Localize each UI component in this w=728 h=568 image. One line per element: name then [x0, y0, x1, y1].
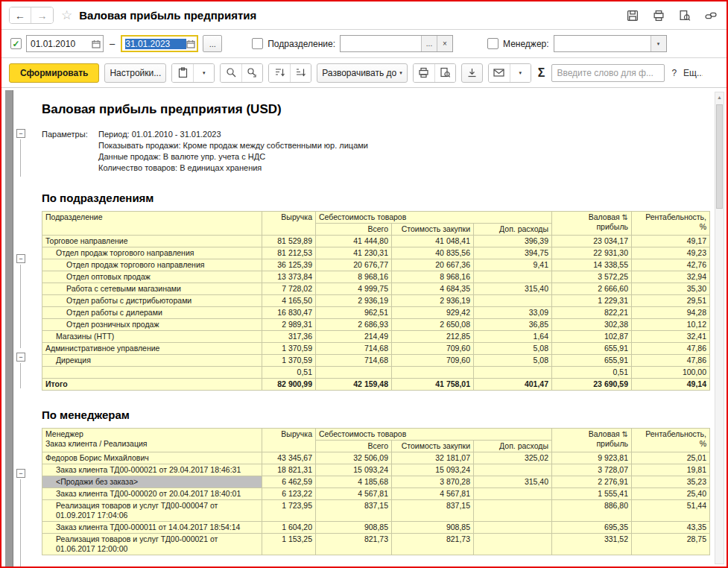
value-cell[interactable]: 714,68 [316, 355, 392, 367]
value-cell[interactable]: 20 667,36 [392, 259, 474, 271]
value-cell[interactable]: 9 923,81 [552, 452, 632, 464]
value-cell[interactable]: 35,30 [632, 283, 710, 295]
print-preview-button[interactable] [677, 8, 693, 23]
col-header-profitability[interactable]: Рентабельность, % [632, 212, 710, 236]
value-cell[interactable]: 41 048,41 [392, 236, 474, 247]
value-cell[interactable]: 2 666,60 [552, 283, 632, 295]
department-select-button[interactable]: ... [421, 36, 437, 51]
preview-report-button[interactable] [434, 64, 455, 82]
row-name-cell[interactable] [42, 367, 262, 379]
value-cell[interactable]: 1 723,95 [262, 500, 316, 522]
value-cell[interactable]: 1 370,59 [262, 343, 316, 355]
value-cell[interactable]: 25,40 [632, 488, 710, 500]
manager-checkbox[interactable] [487, 38, 498, 49]
value-cell[interactable]: 49,17 [632, 236, 710, 247]
col-header-cost-purchase[interactable]: Стоимость закупки [392, 224, 474, 236]
value-cell[interactable]: 10,12 [632, 319, 710, 331]
value-cell[interactable]: 9,41 [474, 259, 552, 271]
row-name-cell[interactable]: Отдел продаж торгового направления [42, 259, 262, 271]
value-cell[interactable]: 1,64 [474, 331, 552, 343]
group-expander[interactable]: − [16, 254, 25, 263]
value-cell[interactable]: 317,36 [262, 331, 316, 343]
value-cell[interactable] [316, 367, 392, 379]
col-header-cost-purchase[interactable]: Стоимость закупки [392, 441, 474, 452]
filter-search-input[interactable] [551, 64, 665, 82]
value-cell[interactable]: 4 165,50 [262, 295, 316, 307]
row-name-cell[interactable]: Реализация товаров и услуг ТД00-000021 о… [42, 534, 262, 555]
value-cell[interactable]: 821,73 [392, 534, 474, 555]
value-cell[interactable]: 43,35 [632, 522, 710, 534]
more-actions-button[interactable]: Ещ... [683, 68, 703, 78]
find-next-button[interactable] [241, 64, 262, 82]
col-header-cost-group[interactable]: Себестоимость товаров [316, 212, 552, 224]
row-name-cell[interactable]: Отдел работы с дистрибьюторами [42, 295, 262, 307]
col-header-revenue[interactable]: Выручка [262, 212, 316, 236]
value-cell[interactable]: 3 870,28 [392, 476, 474, 488]
value-cell[interactable]: 4 567,81 [316, 488, 392, 500]
value-cell[interactable]: 908,85 [392, 522, 474, 534]
value-cell[interactable]: 4 684,35 [392, 283, 474, 295]
value-cell[interactable]: 32,94 [632, 271, 710, 283]
mail-dropdown-button[interactable]: ▾ [510, 64, 531, 82]
row-name-cell[interactable]: Итого [42, 379, 262, 391]
col-header-gross-profit[interactable]: Валовая ⇅ прибыль [552, 429, 632, 452]
value-cell[interactable]: 49,23 [632, 247, 710, 259]
col-header-cost-group[interactable]: Себестоимость товаров [316, 429, 552, 441]
value-cell[interactable]: 962,51 [316, 307, 392, 319]
row-name-cell[interactable]: Реализация товаров и услуг ТД00-000047 о… [42, 500, 262, 522]
print-button[interactable] [651, 8, 667, 23]
value-cell[interactable]: 81 212,53 [262, 247, 316, 259]
value-cell[interactable]: 82 900,99 [262, 379, 316, 391]
vertical-scrollbar[interactable]: ▲ [715, 92, 724, 564]
value-cell[interactable]: 929,42 [392, 307, 474, 319]
value-cell[interactable]: 15 093,24 [392, 464, 474, 476]
col-header-gross-profit[interactable]: Валовая ⇅ прибыль [552, 212, 632, 236]
col-header-name[interactable]: Менеджер Заказ клиента / Реализация [42, 429, 262, 452]
value-cell[interactable]: 2 989,31 [262, 319, 316, 331]
value-cell[interactable]: 394,75 [474, 247, 552, 259]
value-cell[interactable]: 41 444,80 [316, 236, 392, 247]
value-cell[interactable]: 51,44 [632, 500, 710, 522]
sort-descending-button[interactable] [269, 64, 290, 82]
value-cell[interactable]: 43 345,67 [262, 452, 316, 464]
group-expander[interactable]: − [16, 129, 25, 138]
value-cell[interactable]: 100,00 [632, 367, 710, 379]
value-cell[interactable]: 1 153,25 [262, 534, 316, 555]
value-cell[interactable] [474, 522, 552, 534]
value-cell[interactable]: 714,68 [316, 343, 392, 355]
department-input[interactable] [341, 36, 421, 51]
value-cell[interactable]: 401,47 [474, 379, 552, 391]
value-cell[interactable]: 315,40 [474, 283, 552, 295]
value-cell[interactable]: 837,15 [392, 500, 474, 522]
value-cell[interactable]: 325,02 [474, 452, 552, 464]
col-header-name[interactable]: Подразделение [42, 212, 262, 236]
row-name-cell[interactable]: Отдел продаж торгового направления [42, 247, 262, 259]
value-cell[interactable]: 49,14 [632, 379, 710, 391]
row-name-cell[interactable]: Отдел оптовых продаж [42, 271, 262, 283]
value-cell[interactable]: 2 686,93 [316, 319, 392, 331]
value-cell[interactable]: 1 229,31 [552, 295, 632, 307]
sort-ascending-button[interactable] [290, 64, 311, 82]
value-cell[interactable]: 102,87 [552, 331, 632, 343]
value-cell[interactable]: 81 529,89 [262, 236, 316, 247]
value-cell[interactable]: 23 034,17 [552, 236, 632, 247]
row-name-cell[interactable]: Отдел розничных продаж [42, 319, 262, 331]
help-button[interactable]: ? [670, 68, 678, 78]
value-cell[interactable]: 32 181,07 [392, 452, 474, 464]
row-name-cell[interactable]: Дирекция [42, 355, 262, 367]
value-cell[interactable]: 396,39 [474, 236, 552, 247]
value-cell[interactable]: 214,49 [316, 331, 392, 343]
value-cell[interactable]: 6 462,59 [262, 476, 316, 488]
value-cell[interactable]: 5,08 [474, 355, 552, 367]
col-header-cost-total[interactable]: Всего [316, 224, 392, 236]
row-name-cell[interactable]: Магазины (НТТ) [42, 331, 262, 343]
value-cell[interactable]: 14 338,55 [552, 259, 632, 271]
date-from-field[interactable]: 01.01.2010 [26, 35, 104, 52]
value-cell[interactable]: 5,08 [474, 343, 552, 355]
value-cell[interactable]: 8 968,16 [316, 271, 392, 283]
copy-report-button[interactable] [172, 64, 193, 82]
department-clear-button[interactable]: × [437, 36, 452, 51]
period-checkbox[interactable]: ✓ [10, 38, 22, 49]
row-name-cell[interactable]: Торговое направление [42, 236, 262, 247]
manager-input[interactable] [554, 36, 651, 51]
